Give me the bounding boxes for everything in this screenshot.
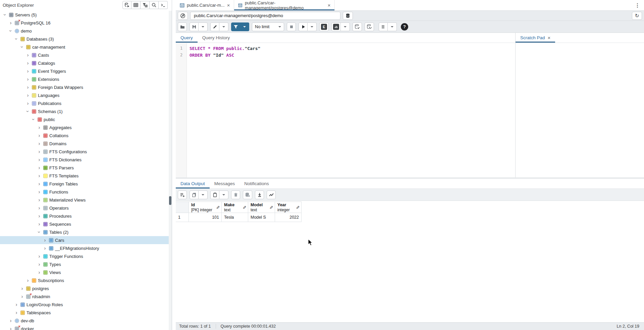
- tab-query-history[interactable]: Query History: [198, 33, 235, 43]
- tree-item[interactable]: › Languages: [0, 91, 169, 99]
- tree-item[interactable]: › Event Triggers: [0, 67, 169, 75]
- new-connection-button[interactable]: [343, 12, 353, 20]
- tree-item[interactable]: › Publications: [0, 99, 169, 107]
- psql-tool-button[interactable]: [159, 1, 168, 9]
- tree-item[interactable]: › Functions: [0, 188, 169, 196]
- edit-column-icon[interactable]: ✎: [242, 206, 247, 209]
- save-file-button[interactable]: [190, 22, 199, 31]
- close-tab-icon[interactable]: ×: [227, 3, 230, 7]
- tree-toggle-icon[interactable]: ›: [37, 173, 42, 178]
- query-tool-tab[interactable]: public.Cars/car-management/postgres@demo…: [234, 0, 335, 10]
- tree-item[interactable]: › car-management: [0, 43, 169, 51]
- tree-toggle-icon[interactable]: ›: [14, 37, 19, 41]
- tree-item[interactable]: › Foreign Data Wrappers: [0, 83, 169, 91]
- sql-editor[interactable]: 1 SELECT * FROM public."Cars" 2 ORDER BY…: [176, 43, 515, 177]
- tree-toggle-icon[interactable]: ›: [25, 77, 30, 81]
- edit-column-icon[interactable]: ✎: [215, 206, 220, 209]
- tree-toggle-icon[interactable]: ›: [43, 238, 47, 242]
- tree-item[interactable]: › Operators: [0, 204, 169, 212]
- paste-button[interactable]: [210, 190, 219, 199]
- tree-toggle-icon[interactable]: ›: [25, 93, 30, 98]
- column-header-model[interactable]: Model text ✎: [248, 202, 275, 213]
- tree-toggle-icon[interactable]: ›: [25, 278, 30, 283]
- tree-item[interactable]: › dev-db: [0, 317, 169, 325]
- tree-toggle-icon[interactable]: ›: [14, 302, 19, 307]
- macros-button[interactable]: [379, 22, 388, 31]
- tree-toggle-icon[interactable]: ›: [8, 29, 13, 33]
- tree-toggle-icon[interactable]: ›: [25, 85, 30, 90]
- tree-item[interactable]: › Types: [0, 260, 169, 268]
- more-options-icon[interactable]: ⋮: [631, 2, 644, 8]
- download-button[interactable]: [255, 190, 264, 199]
- tree-item[interactable]: › demo: [0, 27, 169, 35]
- tree-item[interactable]: › Servers (5): [0, 11, 169, 19]
- output-tab[interactable]: Notifications: [239, 179, 274, 188]
- tree-toggle-icon[interactable]: ›: [37, 222, 42, 226]
- tree-item[interactable]: › Databases (3): [0, 35, 169, 43]
- cell-id[interactable]: 101: [189, 213, 222, 222]
- tree-toggle-icon[interactable]: ›: [37, 165, 42, 170]
- edit-button[interactable]: [210, 22, 219, 31]
- tree-toggle-icon[interactable]: ›: [3, 12, 7, 17]
- visualize-button[interactable]: [267, 190, 276, 199]
- tree-toggle-icon[interactable]: ›: [37, 157, 42, 162]
- tree-item[interactable]: › Views: [0, 268, 169, 276]
- tree-item[interactable]: › FTS Dictionaries: [0, 156, 169, 164]
- save-file-dropdown[interactable]: [199, 22, 208, 31]
- edit-dropdown[interactable]: [219, 22, 228, 31]
- explain-analyze-button[interactable]: [331, 22, 341, 31]
- commit-button[interactable]: [353, 22, 362, 31]
- tree-toggle-icon[interactable]: ›: [8, 326, 13, 330]
- save-data-changes-button[interactable]: [243, 190, 252, 199]
- tree-toggle-icon[interactable]: ›: [37, 270, 42, 275]
- tree-item[interactable]: › FTS Parsers: [0, 164, 169, 172]
- tree-toggle-icon[interactable]: ›: [37, 214, 42, 218]
- tree-item[interactable]: › Domains: [0, 140, 169, 148]
- tree-item[interactable]: › Collations: [0, 131, 169, 140]
- tree-item[interactable]: › Schemas (1): [0, 107, 169, 115]
- copy-button[interactable]: [190, 190, 199, 199]
- tree-item[interactable]: › Trigger Functions: [0, 252, 169, 260]
- tree-toggle-icon[interactable]: ›: [37, 149, 42, 154]
- tree-item[interactable]: › public: [0, 115, 169, 123]
- tree-toggle-icon[interactable]: ›: [20, 294, 24, 299]
- tree-toggle-icon[interactable]: ›: [37, 206, 42, 210]
- execute-dropdown[interactable]: [308, 22, 317, 31]
- tree-toggle-icon[interactable]: ›: [25, 101, 30, 106]
- filter-button[interactable]: [231, 22, 240, 31]
- tree-item[interactable]: › docker: [0, 325, 169, 330]
- query-tool-tab[interactable]: public.Cars/car-m... ×: [176, 0, 234, 10]
- delete-row-button[interactable]: [231, 190, 240, 199]
- tree-item[interactable]: › Casts: [0, 51, 169, 59]
- column-header-make[interactable]: Make text ✎: [222, 202, 248, 213]
- tree-item[interactable]: › Materialized Views: [0, 196, 169, 204]
- tree-toggle-icon[interactable]: ›: [37, 254, 42, 259]
- search-objects-button[interactable]: [150, 1, 159, 9]
- row-limit-select[interactable]: No limit: [252, 22, 284, 31]
- edit-column-icon[interactable]: ✎: [295, 206, 300, 209]
- tree-item[interactable]: › Tablespaces: [0, 309, 169, 317]
- copy-dropdown[interactable]: [199, 190, 208, 199]
- tree-item[interactable]: › Subscriptions: [0, 276, 169, 284]
- view-data-button[interactable]: [131, 1, 141, 9]
- add-row-button[interactable]: [178, 190, 187, 199]
- paste-dropdown[interactable]: [219, 190, 228, 199]
- filtered-rows-button[interactable]: [141, 1, 150, 9]
- tree-item[interactable]: › Catalogs: [0, 59, 169, 67]
- open-file-button[interactable]: [178, 22, 187, 31]
- tree-item[interactable]: › Procedures: [0, 212, 169, 220]
- tree-toggle-icon[interactable]: ›: [37, 198, 42, 202]
- tree-toggle-icon[interactable]: ›: [37, 189, 42, 194]
- tree-item[interactable]: › Aggregates: [0, 123, 169, 131]
- explain-analyze-dropdown[interactable]: [341, 22, 350, 31]
- tree-item[interactable]: › Extensions: [0, 75, 169, 83]
- cell-model[interactable]: Model S: [248, 213, 275, 222]
- explain-button[interactable]: E: [319, 22, 329, 31]
- tree-toggle-icon[interactable]: ›: [14, 310, 19, 315]
- tree-item[interactable]: › postgres: [0, 284, 169, 292]
- tree-toggle-icon[interactable]: ›: [37, 262, 42, 267]
- refresh-layout-button[interactable]: ↻: [632, 12, 642, 20]
- tree-item[interactable]: › FTS Configurations: [0, 148, 169, 156]
- tree-toggle-icon[interactable]: ›: [8, 318, 13, 323]
- tree-item[interactable]: › rdsadmin: [0, 292, 169, 300]
